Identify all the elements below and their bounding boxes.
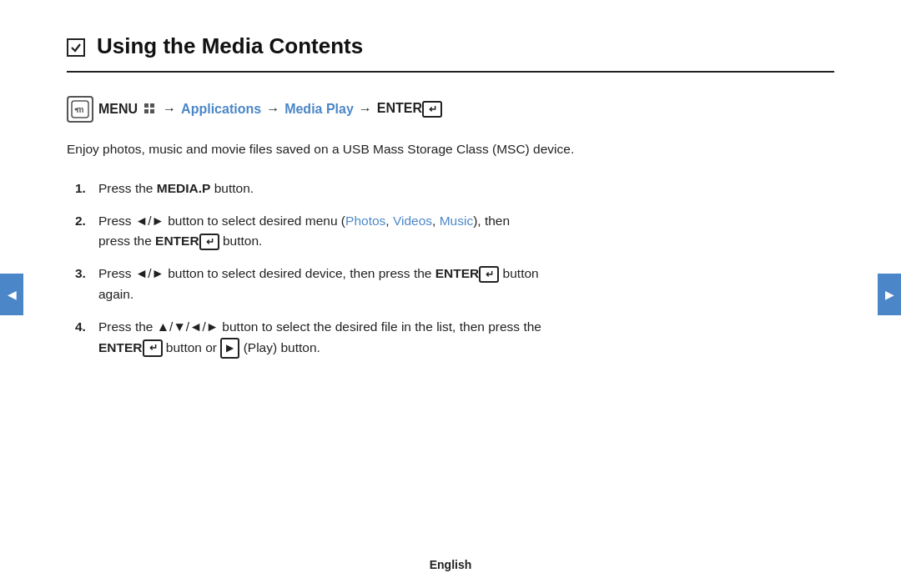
step-2-number: 2. [75,211,98,232]
step-3: 3. Press ◄/► button to select desired de… [75,264,834,305]
music-link: Music [440,214,473,228]
enter-key-breadcrumb: ↵ [422,101,442,118]
step-1: 1. Press the MEDIA.P button. [75,178,834,199]
step-3-number: 3. [75,264,98,284]
play-key: ▶ [220,338,239,359]
menu-icon: m [67,96,93,123]
nav-arrow-left[interactable] [0,274,23,315]
title-row: Using the Media Contents [67,33,834,73]
media-p-label: MEDIA.P [157,181,211,195]
step-1-number: 1. [75,178,98,199]
arrow-2: → [266,102,279,117]
nav-arrow-right[interactable] [878,274,901,315]
breadcrumb-applications: Applications [181,102,261,117]
step-3-content: Press ◄/► button to select desired devic… [98,264,834,305]
step-4-content: Press the ▲/▼/◄/► button to select the d… [98,317,834,359]
footer-language: English [430,558,472,571]
step-4-enter: ENTER↵ [98,340,163,354]
photos-link: Photos [345,214,385,228]
arrow-3: → [359,102,372,117]
enter-key-3: ↵ [479,266,499,283]
checkbox-icon [67,38,85,57]
step-3-enter: ENTER↵ [435,266,500,280]
svg-rect-4 [150,103,154,108]
menu-grid-icon [143,102,158,117]
step-2: 2. Press ◄/► button to select desired me… [75,211,834,253]
step-2-content: Press ◄/► button to select desired menu … [98,211,834,253]
svg-rect-6 [150,109,154,113]
enter-key-4: ↵ [143,339,163,356]
enter-key-2: ↵ [199,234,219,250]
step-4-number: 4. [75,317,98,338]
page-title: Using the Media Contents [97,33,363,59]
svg-point-2 [75,108,78,111]
breadcrumb-media-play: Media Play [284,102,354,117]
step-2-enter: ENTER↵ [155,234,219,248]
step-1-content: Press the MEDIA.P button. [98,178,834,199]
breadcrumb-enter: ENTER↵ [377,101,442,118]
arrow-1: → [163,102,176,117]
page-container: Using the Media Contents m MENU → Applic… [0,0,901,588]
svg-rect-5 [144,109,148,113]
footer: English [0,558,901,571]
description: Enjoy photos, music and movie files save… [67,139,834,160]
svg-text:m: m [77,105,84,114]
svg-rect-3 [144,103,148,108]
steps-list: 1. Press the MEDIA.P button. 2. Press ◄/… [75,178,834,359]
videos-link: Videos [393,214,432,228]
breadcrumb: m MENU → Applications → Media Play → ENT… [67,96,834,123]
breadcrumb-menu: MENU [98,102,138,117]
step-4: 4. Press the ▲/▼/◄/► button to select th… [75,317,834,359]
